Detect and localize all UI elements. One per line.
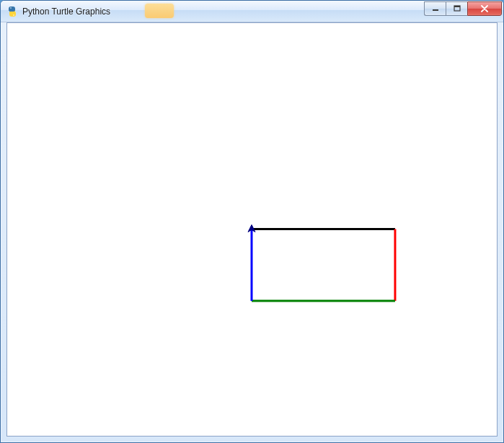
- titlebar[interactable]: Python Turtle Graphics: [1, 1, 503, 22]
- svg-point-0: [10, 7, 12, 9]
- window-title: Python Turtle Graphics: [22, 6, 424, 17]
- window-controls: [424, 1, 502, 16]
- client-area: [6, 22, 498, 437]
- app-window: Python Turtle Graphics: [0, 0, 504, 443]
- turtle-canvas: [7, 23, 497, 436]
- svg-point-1: [13, 14, 14, 16]
- maximize-button[interactable]: [446, 1, 467, 16]
- minimize-button[interactable]: [424, 1, 446, 16]
- turtle-drawing: [7, 23, 497, 436]
- svg-rect-2: [433, 9, 438, 11]
- svg-rect-4: [454, 6, 460, 7]
- close-button[interactable]: [467, 1, 502, 16]
- python-icon: [6, 6, 18, 17]
- taskbar-tab-highlight: [145, 4, 174, 18]
